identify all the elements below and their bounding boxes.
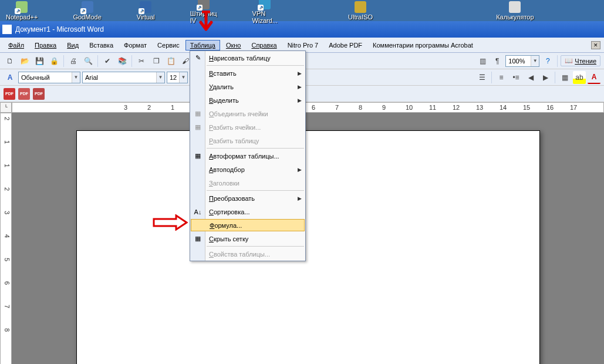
bulleted-list-button[interactable]: •≡ [509, 71, 522, 84]
submenu-arrow-icon: ▶ [298, 167, 302, 173]
desktop-icon-notepad[interactable]: ↗Notepad++ [6, 1, 38, 21]
reading-mode-button[interactable]: 📖 Чтение [561, 55, 600, 66]
font-color-button[interactable]: A [588, 71, 600, 84]
menu-item-label: Свойства таблицы... [209, 251, 270, 258]
menu-help[interactable]: Справка [247, 40, 281, 50]
menu-item-label: Автоформат таблицы... [209, 153, 279, 160]
menu-edit[interactable]: Правка [30, 40, 61, 50]
save-button[interactable]: 💾 [33, 55, 46, 68]
document-page[interactable] [76, 130, 540, 364]
vertical-ruler[interactable]: 2112345678 [0, 113, 12, 364]
desktop-icon-godmode[interactable]: ↗GodMode [73, 1, 101, 21]
menu-item-разбить-таблицу: Разбить таблицу [190, 134, 305, 147]
menu-icon: ✎ [193, 53, 203, 63]
paste-button[interactable]: 📋 [164, 55, 177, 68]
submenu-arrow-icon: ▶ [298, 196, 302, 201]
horizontal-ruler[interactable]: 3211234567891011121314151617 [12, 102, 604, 113]
pdf-review-button[interactable]: PDF [33, 88, 45, 100]
borders-button[interactable]: ▦ [558, 71, 571, 84]
word-doc-icon [2, 25, 12, 34]
menu-insert[interactable]: Вставка [85, 40, 118, 50]
menu-table[interactable]: Таблица [185, 40, 220, 50]
menu-item-label: Автоподбор [209, 166, 245, 173]
paragraph-marks-button[interactable]: ¶ [491, 55, 504, 68]
styles-pane-button[interactable]: A [4, 71, 16, 84]
menu-item-удалить[interactable]: Удалить▶ [190, 80, 305, 93]
menu-item-label: Заголовки [209, 180, 239, 187]
menu-format[interactable]: Формат [119, 40, 151, 50]
zoom-combo[interactable]: ▼ [505, 55, 539, 67]
menu-item-label: Разбить таблицу [209, 137, 259, 144]
menu-item-преобразовать[interactable]: Преобразовать▶ [190, 191, 305, 205]
permission-button[interactable]: 🔒 [48, 55, 60, 68]
menu-view[interactable]: Вид [62, 40, 83, 50]
menu-acrobat-comments[interactable]: Комментарии программы Acrobat [368, 40, 478, 50]
menu-item-сортировка-[interactable]: A↓Сортировка... [190, 205, 305, 218]
line-spacing-button[interactable]: ☰ [475, 71, 488, 84]
window-title: Документ1 - Microsoft Word [15, 25, 104, 33]
pdf-convert-button[interactable]: PDF [4, 88, 15, 100]
annotation-arrow-right [153, 214, 188, 231]
copy-button[interactable]: ❐ [150, 55, 163, 68]
menu-item-автоподбор[interactable]: Автоподбор▶ [190, 163, 305, 176]
desktop-icon-ultraiso[interactable]: UltraISO [348, 1, 373, 21]
menu-icon: ▦ [193, 122, 203, 133]
menu-item-автоформат-таблицы-[interactable]: ▦Автоформат таблицы... [190, 149, 305, 163]
desktop-icon-calc[interactable]: Калькулятор [496, 1, 534, 21]
menu-item-label: Преобразовать [209, 195, 255, 202]
menu-item-label: Выделить [209, 97, 239, 104]
menu-item-label: Разбить ячейки... [209, 124, 261, 131]
menu-item-label: Скрыть сетку [209, 235, 248, 242]
menu-item-выделить[interactable]: Выделить▶ [190, 93, 305, 107]
new-doc-button[interactable]: 🗋 [4, 55, 16, 68]
numbered-list-button[interactable]: ≡ [495, 71, 508, 84]
document-canvas[interactable] [12, 113, 604, 364]
menu-icon: ▦ [193, 234, 203, 244]
menu-nitro[interactable]: Nitro Pro 7 [283, 40, 323, 50]
submenu-arrow-icon: ▶ [298, 84, 302, 90]
menu-item-свойства-таблицы-: Свойства таблицы... [190, 247, 305, 261]
menu-item-label: Нарисовать таблицу [209, 55, 271, 62]
menu-item-разбить-ячейки-: ▦Разбить ячейки... [190, 120, 305, 134]
menu-item-нарисовать-таблицу[interactable]: ✎Нарисовать таблицу [190, 51, 305, 65]
menu-item-label: Объединить ячейки [209, 110, 268, 117]
desktop-icon-vpn[interactable]: ↗VPN Wizard... [252, 0, 278, 24]
style-combo[interactable]: ▼ [18, 72, 80, 83]
titlebar: Документ1 - Microsoft Word [0, 21, 604, 38]
help-button[interactable]: ? [541, 55, 554, 68]
table-menu-dropdown: ✎Нарисовать таблицуВставить▶Удалить▶Выде… [190, 50, 306, 261]
desktop: ↗Notepad++ ↗GodMode ↗Virtual ↗Штирлиц IV… [0, 0, 604, 21]
menu-window[interactable]: Окно [221, 40, 246, 50]
menu-item-формула-[interactable]: Формула... [191, 219, 305, 231]
decrease-indent-button[interactable]: ◀ [524, 71, 537, 84]
research-button[interactable]: 📚 [116, 55, 129, 68]
menu-item-вставить[interactable]: Вставить▶ [190, 66, 305, 80]
preview-button[interactable]: 🔍 [82, 55, 95, 68]
menu-file[interactable]: Файл [4, 40, 29, 50]
menu-icon: ▦ [193, 109, 203, 119]
menu-item-заголовки: Заголовки [190, 176, 305, 190]
print-button[interactable]: 🖨 [67, 55, 80, 68]
spellcheck-button[interactable]: ✔ [101, 55, 114, 68]
menu-adobe[interactable]: Adobe PDF [324, 40, 367, 50]
menu-item-label: Удалить [209, 83, 234, 90]
tab-selector[interactable]: └ [0, 102, 12, 113]
highlight-button[interactable]: ab [573, 71, 586, 84]
submenu-arrow-icon: ▶ [298, 70, 302, 76]
columns-button[interactable]: ▥ [476, 55, 489, 68]
doc-close-button[interactable]: ✕ [591, 41, 600, 49]
font-combo[interactable]: ▼ [82, 72, 165, 83]
desktop-icon-virtual[interactable]: ↗Virtual [137, 1, 155, 21]
submenu-arrow-icon: ▶ [298, 97, 302, 103]
annotation-arrow-down [197, 11, 215, 40]
font-size-combo[interactable]: ▼ [167, 72, 188, 83]
menu-item-label: Сортировка... [209, 208, 250, 215]
menu-icon: A↓ [193, 207, 203, 217]
pdf-mail-button[interactable]: PDF [18, 88, 30, 100]
menu-item-скрыть-сетку[interactable]: ▦Скрыть сетку [190, 232, 305, 245]
menu-icon: ▦ [193, 151, 203, 161]
open-button[interactable]: 📂 [18, 55, 31, 68]
increase-indent-button[interactable]: ▶ [539, 71, 552, 84]
menu-tools[interactable]: Сервис [153, 40, 184, 50]
cut-button[interactable]: ✂ [135, 55, 148, 68]
